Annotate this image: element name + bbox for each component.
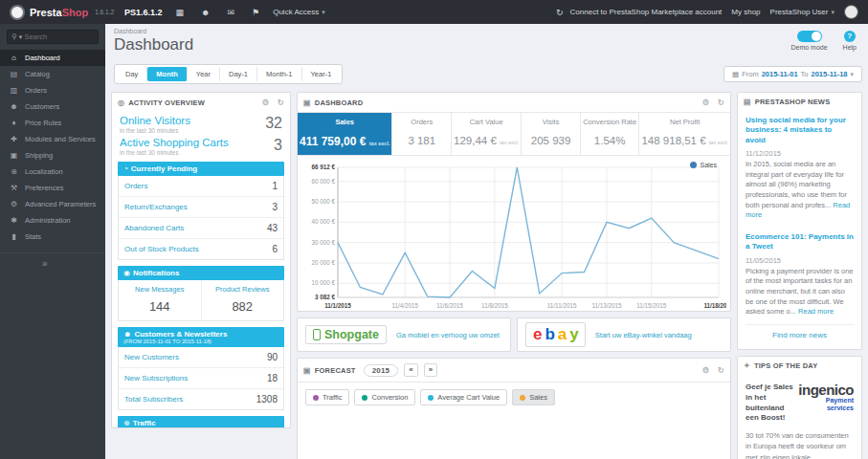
sidebar-item[interactable]: ⊕ Localization [0,164,105,180]
demo-mode-toggle[interactable] [797,31,822,42]
sidebar-item[interactable]: ♦ Price Rules [0,115,105,131]
marketplace-link[interactable]: ↻Connect to PrestaShop Marketplace accou… [552,8,722,17]
chevron-down-icon: ▾ [850,71,854,78]
help-icon[interactable]: ? [844,31,856,42]
page-title: Dashboard [114,35,193,55]
article-title-link[interactable]: Ecommerce 101: Payments in a Tweet [746,232,854,252]
breadcrumb[interactable]: Dashboard [114,28,193,34]
metric-tab[interactable]: Cart Value 129,44 € tax excl. [452,113,522,155]
forecast-next-button[interactable]: » [424,363,437,377]
ingenico-logo[interactable]: ingenico Payment services [797,382,854,424]
svg-text:11/1/2015: 11/1/2015 [324,302,351,309]
metric-tab[interactable]: Conversion Rate 1.54% [581,113,640,155]
search-scope-caret-icon[interactable]: ▾ [19,33,23,41]
read-more-link[interactable]: Read more [798,307,834,316]
forecast-series-button[interactable]: Traffic [305,389,349,405]
metric-tab[interactable]: Orders 3 181 [392,113,452,155]
dashboard-panel-title: DASHBOARD [315,98,364,107]
notification-cell[interactable]: Product Reviews 882 [202,280,284,320]
calendar-icon: ▦ [732,70,739,78]
pending-row[interactable]: Return/Exchanges 3 [119,197,283,218]
sidebar-item-icon: ⊕ [10,167,18,176]
customers-icon[interactable]: ☻ [201,8,210,17]
svg-text:30 000 €: 30 000 € [311,239,335,246]
metric-note: tax excl. [369,141,390,146]
activity-panel-title: ACTIVITY OVERVIEW [128,98,205,107]
refresh-icon[interactable]: ↻ [718,98,724,107]
find-more-news-link[interactable]: Find more news [738,325,861,349]
pending-row[interactable]: Out of Stock Products 6 [119,239,283,259]
pin-icon[interactable]: ⚑ [252,8,259,17]
sidebar-item[interactable]: ▤ Catalog [0,66,105,82]
app-body: ⚲ ▾ ⌂ Dashboard ▤ Catalog ▥ Orders [0,24,868,459]
metric-tab[interactable]: Visits 205 939 [522,113,581,155]
sidebar-item[interactable]: ▥ Orders [0,82,105,98]
my-shop-link[interactable]: My shop [731,8,760,16]
forecast-series-label: Sales [529,393,547,402]
range-button[interactable]: Day-1 [220,67,257,81]
cart-icon: ▣ [303,366,311,375]
forecast-series-button[interactable]: Conversion [354,389,415,405]
range-button[interactable]: Day [117,67,147,81]
pending-row-value: 3 [272,202,278,212]
metric-tab[interactable]: Net Profit 148 918,51 € tax excl. [639,113,730,155]
customers-row[interactable]: New Customers 90 [119,347,283,368]
stat-label[interactable]: Active Shopping Carts [120,137,229,148]
stat-label[interactable]: Online Visitors [120,115,190,126]
stat-value: 32 [265,115,282,134]
prestashop-logo[interactable]: PrestaShop 1.6.1.2 PS1.6.1.2 [10,5,163,20]
gear-icon[interactable]: ⚙ [702,98,710,107]
pending-row[interactable]: Abandoned Carts 43 [119,218,283,239]
collapse-sidebar-button[interactable]: » [0,252,105,269]
forecast-series-button[interactable]: Sales [512,389,555,405]
shopgate-ad-link[interactable]: Ga mobiel en verhoog uw omzet [396,331,500,339]
cart-icon[interactable]: ▦ [176,8,185,17]
forecast-series-buttons: Traffic Conversion Average Cart Value [298,382,730,412]
range-button[interactable]: Month [147,67,188,81]
pending-row[interactable]: Orders 1 [119,176,283,197]
customers-row-label: New Customers [124,353,179,361]
quick-access-menu[interactable]: Quick Access▾ [273,8,325,16]
forecast-prev-button[interactable]: « [404,363,417,377]
metric-value: 129,44 € [454,135,497,146]
shopgate-logo[interactable]: Shopgate [305,325,387,344]
date-range-selector[interactable]: ▦ From 2015-11-01 To 2015-11-18 ▾ [723,66,862,82]
sidebar-item[interactable]: ☻ Customers [0,98,105,115]
range-button[interactable]: Year-1 [302,67,341,81]
user-menu[interactable]: PrestaShop User▾ [770,8,835,16]
refresh-icon[interactable]: ↻ [278,98,284,107]
chevron-down-icon: ▾ [831,9,835,16]
avatar[interactable] [844,5,858,19]
metric-value: 148 918,51 € [641,135,705,146]
forecast-series-button[interactable]: Average Cart Value [420,389,507,405]
sidebar-item[interactable]: ✱ Administration [0,212,105,229]
search-input[interactable] [24,33,94,41]
stat-sublabel: in the last 30 minutes [120,149,229,156]
sidebar-item[interactable]: ⚒ Preferences [0,180,105,196]
metric-tab[interactable]: Sales 411 759,00 € tax excl. [298,113,392,155]
article-title-link[interactable]: Using social media for your business: 4 … [746,116,854,145]
pending-row-value: 6 [272,244,278,254]
sidebar-item[interactable]: ⚙ Advanced Parameters [0,196,105,212]
sidebar-item[interactable]: ⌂ Dashboard [0,50,105,66]
customers-row[interactable]: Total Subscribers 1308 [119,389,283,409]
customers-row[interactable]: New Subscriptions 18 [119,368,283,389]
sidebar-item[interactable]: ▣ Shipping [0,147,105,164]
svg-text:20 000 €: 20 000 € [311,259,335,266]
range-button[interactable]: Month-1 [257,67,302,81]
refresh-icon[interactable]: ↻ [718,365,724,375]
customers-row-label: New Subscriptions [124,374,188,382]
messages-icon[interactable]: ✉ [228,8,235,17]
sidebar-item[interactable]: ▮ Stats [0,229,105,245]
range-button[interactable]: Year [188,67,220,81]
sidebar-item[interactable]: ✚ Modules and Services [0,131,105,147]
gear-icon[interactable]: ⚙ [702,365,710,375]
activity-panel-header: ◎ ACTIVITY OVERVIEW ⚙ ↻ [112,93,290,112]
gear-icon[interactable]: ⚙ [262,98,270,107]
ingenico-subtitle: Payment services [797,397,854,412]
ebay-logo[interactable]: ebay [525,322,586,347]
ebay-ad-link[interactable]: Start uw eBay-winkel vandaag [595,331,692,339]
chart-legend[interactable]: Sales [690,162,717,168]
notification-cell[interactable]: New Messages 144 [119,280,202,320]
metric-label: Orders [394,118,449,126]
